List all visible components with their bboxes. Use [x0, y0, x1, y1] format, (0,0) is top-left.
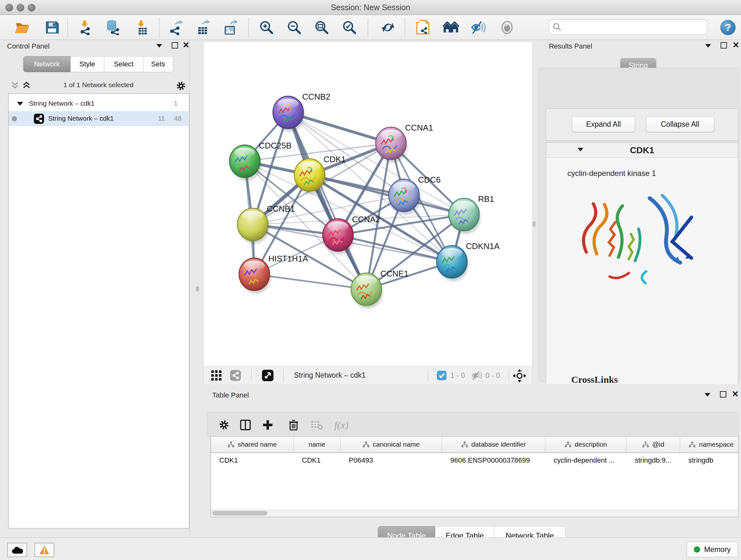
node-CCNA1[interactable] — [376, 127, 407, 163]
tab-style[interactable]: Style — [71, 56, 105, 72]
save-session-icon[interactable] — [44, 19, 60, 36]
import-table-from-file-icon[interactable] — [134, 19, 151, 36]
edge-HIST1H1A-CCNE1[interactable] — [254, 274, 366, 289]
network-collection-row[interactable]: String Network – cdk1 1 — [9, 96, 188, 111]
import-network-from-database-icon[interactable] — [105, 19, 121, 36]
node-CDC6[interactable] — [389, 179, 420, 214]
splitter-handle[interactable] — [196, 287, 199, 292]
selected-checkbox-icon[interactable] — [437, 371, 447, 381]
cell-database-identifier[interactable]: 9606.ENSP00000378699 — [442, 453, 545, 468]
help-icon[interactable]: ? — [720, 19, 736, 36]
zoom-selected-icon[interactable] — [341, 19, 358, 36]
table-options-gear-icon[interactable] — [216, 417, 232, 433]
export-network-icon[interactable] — [168, 19, 185, 36]
toolbar-separator — [405, 18, 405, 37]
hide-selected-icon[interactable] — [470, 19, 486, 36]
cell-name[interactable]: CDK1 — [293, 453, 340, 468]
column-header-name[interactable]: name — [293, 436, 340, 452]
crosshair-icon[interactable] — [513, 369, 527, 384]
show-columns-icon[interactable] — [238, 417, 253, 433]
network-selection-status: 1 of 1 Network selected — [8, 81, 189, 89]
export-image-icon[interactable] — [222, 19, 239, 36]
network-share-gray-icon[interactable] — [230, 370, 241, 382]
panel-float-icon[interactable] — [721, 42, 727, 49]
cell-namespace[interactable]: stringdb — [680, 453, 738, 468]
collection-count: 1 — [174, 100, 178, 107]
column-header-shared-name[interactable]: shared name — [211, 436, 293, 452]
node-edge-grid-icon[interactable] — [211, 370, 222, 382]
node-CCNB1[interactable] — [238, 208, 269, 244]
node-table: shared namenamecanonical namedatabase id… — [211, 436, 738, 517]
zoom-fit-content-icon[interactable] — [313, 19, 330, 36]
expand-all-button[interactable]: Expand All — [572, 116, 635, 132]
panel-menu-icon[interactable] — [156, 44, 162, 48]
table-panel: Table Panel ✕ f(x) shared namenamecanoni… — [203, 384, 741, 537]
panel-float-icon[interactable] — [720, 391, 726, 397]
cell-description[interactable]: cyclin-dependent ... — [545, 453, 626, 468]
network-share-badge-icon — [33, 113, 44, 125]
create-column-icon[interactable] — [260, 417, 276, 433]
node-label-RB1: RB1 — [478, 194, 494, 204]
protein-structure-image — [576, 184, 710, 299]
zoom-out-icon[interactable] — [286, 19, 302, 36]
first-neighbors-icon[interactable] — [443, 19, 459, 36]
show-graphics-details-icon[interactable] — [499, 19, 515, 36]
column-header-description[interactable]: description — [545, 436, 626, 452]
export-table-icon[interactable] — [195, 19, 212, 36]
selected-count: 1 - 0 — [450, 371, 465, 380]
protein-header[interactable]: CDK1 — [546, 143, 738, 158]
panel-close-icon[interactable]: ✕ — [183, 43, 190, 48]
column-header-canonical-name[interactable]: canonical name — [340, 436, 442, 452]
column-header-@id[interactable]: @id — [626, 436, 680, 452]
network-row-selected[interactable]: String Network – cdk1 11 48 — [9, 111, 188, 126]
warning-button[interactable] — [35, 543, 54, 557]
collapse-all-button[interactable]: Collapse All — [646, 116, 714, 132]
node-CCNE1[interactable] — [351, 273, 383, 308]
panel-close-icon[interactable]: ✕ — [732, 391, 739, 396]
open-session-icon[interactable] — [14, 19, 30, 36]
cell-shared-name[interactable]: CDK1 — [211, 453, 293, 468]
tab-select[interactable]: Select — [105, 56, 143, 72]
table-row[interactable]: CDK1CDK1P064939606.ENSP00000378699cyclin… — [211, 453, 738, 468]
panel-menu-icon[interactable] — [705, 44, 711, 48]
node-RB1[interactable] — [449, 198, 480, 234]
node-CDK1[interactable] — [294, 159, 326, 194]
scrollbar-thumb[interactable] — [212, 511, 267, 516]
import-network-from-file-icon[interactable] — [77, 19, 94, 36]
column-header-namespace[interactable]: namespace — [680, 436, 738, 452]
node-CCNB2[interactable] — [273, 96, 305, 132]
birds-eye-view-icon[interactable] — [262, 369, 274, 383]
zoom-in-icon[interactable] — [258, 19, 275, 36]
column-header-database-identifier[interactable]: database identifier — [442, 436, 545, 452]
warning-icon — [39, 545, 50, 555]
horizontal-scrollbar[interactable] — [211, 509, 738, 517]
panel-close-icon[interactable]: ✕ — [732, 43, 739, 48]
cell-canonical-name[interactable]: P06493 — [340, 453, 442, 468]
node-label-CDK1: CDK1 — [324, 154, 346, 164]
node-HIST1H1A[interactable] — [239, 258, 271, 294]
current-network-name: String Network – cdk1 — [294, 371, 366, 380]
hidden-eye-icon[interactable] — [471, 370, 482, 382]
delete-column-trash-icon[interactable] — [286, 417, 301, 433]
apply-preferred-layout-icon[interactable] — [380, 19, 396, 36]
tree-expand-icon[interactable] — [17, 102, 23, 106]
cell-@id[interactable]: stringdb:9... — [626, 453, 680, 468]
window-title: Session: New Session — [0, 3, 741, 12]
panel-menu-icon[interactable] — [704, 393, 711, 396]
main-toolbar: ? — [0, 15, 741, 40]
memory-button[interactable]: Memory — [687, 542, 738, 557]
node-count: 11 — [158, 115, 165, 122]
panel-float-icon[interactable] — [172, 42, 178, 49]
new-network-from-selection-icon[interactable] — [415, 19, 431, 36]
tab-sets[interactable]: Sets — [143, 56, 173, 72]
memory-label: Memory — [704, 545, 731, 554]
gear-icon[interactable] — [175, 80, 187, 93]
search-input[interactable] — [563, 21, 705, 33]
network-tree: String Network – cdk1 1 String Network –… — [8, 94, 189, 528]
node-CDC25B[interactable] — [229, 145, 261, 180]
node-CDKN1A[interactable] — [436, 246, 468, 281]
tab-network[interactable]: Network — [23, 56, 71, 72]
protein-detail-box: CDK1 cyclin-dependent kinase 1 — [546, 142, 738, 409]
cloud-button[interactable] — [7, 543, 27, 557]
search-icon — [552, 22, 561, 33]
